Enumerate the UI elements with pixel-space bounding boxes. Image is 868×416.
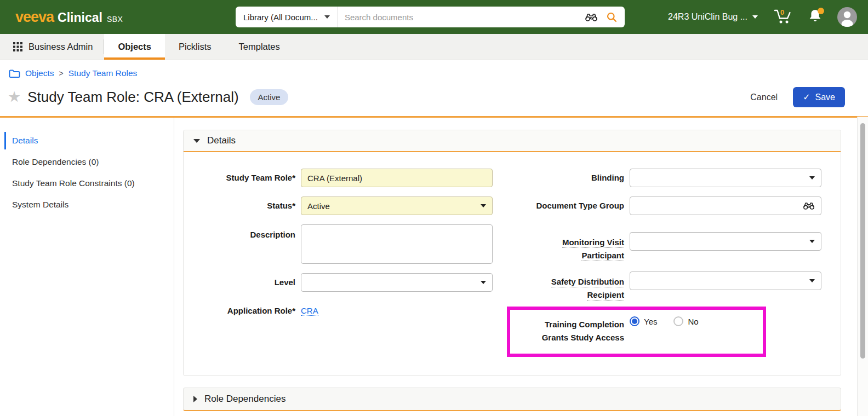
tab-templates[interactable]: Templates — [225, 34, 294, 60]
chevron-down-icon — [481, 281, 486, 284]
page-title: Study Team Role: CRA (External) — [27, 89, 238, 106]
binoculars-icon[interactable] — [803, 202, 815, 210]
field-study-team-role: Study Team Role* CRA (External) — [191, 169, 493, 187]
search-icon[interactable] — [607, 12, 617, 22]
radio-yes[interactable]: Yes — [630, 316, 657, 326]
chevron-down-icon — [809, 176, 815, 180]
breadcrumb: Objects > Study Team Roles — [0, 60, 868, 83]
role-dependencies-section-header[interactable]: Role Dependencies — [184, 388, 841, 410]
scrollbar-thumb[interactable] — [860, 123, 865, 359]
field-label-line2: Recipient — [587, 290, 624, 301]
document-type-group-lookup[interactable] — [630, 197, 821, 215]
folder-icon — [9, 69, 20, 78]
blinding-select[interactable] — [630, 169, 821, 187]
sidebar-item-role-dependencies[interactable]: Role Dependencies (0) — [4, 153, 174, 171]
account-label: 24R3 UniClin Bug ... — [668, 12, 747, 22]
radio-label: Yes — [644, 317, 657, 326]
environment-label: SBX — [107, 15, 123, 24]
veeva-logo: veeva Clinical SBX — [15, 9, 123, 26]
field-value: CRA (External) — [307, 174, 362, 183]
tab-objects[interactable]: Objects — [104, 34, 165, 60]
role-dependencies-section: Role Dependencies — [183, 388, 841, 411]
safety-distribution-recipient-select[interactable] — [630, 271, 821, 290]
app-header: veeva Clinical SBX Library (All Docum... — [0, 0, 868, 34]
study-team-role-input[interactable]: CRA (External) — [301, 169, 493, 187]
field-application-role: Application Role* CRA — [191, 304, 493, 317]
description-textarea[interactable] — [301, 224, 493, 264]
field-label: Description — [191, 224, 295, 241]
veeva-clinical-app: veeva Clinical SBX Library (All Docum... — [0, 0, 868, 416]
form-right-column: Blinding Document Type Group — [509, 169, 821, 354]
breadcrumb-study-team-roles-link[interactable]: Study Team Roles — [68, 68, 138, 78]
search-scope-label: Library (All Docum... — [243, 13, 318, 22]
field-label: Blinding — [509, 171, 624, 184]
details-form: Study Team Role* CRA (External) Status* … — [184, 152, 841, 375]
field-label-line1: Monitoring Visit — [562, 238, 624, 248]
admin-tab-bar: Business Admin Objects Picklists Templat… — [0, 34, 868, 60]
chevron-down-icon — [809, 279, 815, 282]
details-section-header[interactable]: Details — [184, 130, 841, 152]
account-dropdown[interactable]: 24R3 UniClin Bug ... — [668, 12, 758, 22]
vertical-scrollbar — [857, 117, 868, 416]
page-title-row: ★ Study Team Role: CRA (External) Active… — [0, 83, 868, 116]
radio-circle — [673, 316, 683, 326]
notification-dot — [818, 8, 824, 14]
chevron-down-icon — [809, 240, 815, 243]
field-label: Level — [191, 276, 295, 289]
app-launcher[interactable]: Business Admin — [9, 34, 104, 60]
binoculars-icon[interactable] — [585, 13, 598, 21]
field-label: Training Completion Grants Study Access — [509, 314, 624, 344]
tab-picklists[interactable]: Picklists — [165, 34, 225, 60]
field-label: Study Team Role* — [191, 171, 295, 184]
person-icon — [837, 7, 857, 27]
sidebar-item-study-team-role-constraints[interactable]: Study Team Role Constraints (0) — [4, 175, 174, 192]
field-label-line1: Safety Distribution — [551, 277, 624, 287]
user-avatar[interactable] — [837, 7, 857, 27]
cancel-button[interactable]: Cancel — [750, 93, 778, 102]
field-value: Active — [307, 201, 330, 211]
tab-label: Objects — [118, 42, 151, 52]
field-blinding: Blinding — [509, 169, 821, 187]
training-completion-radio-group: Yes No — [630, 314, 821, 326]
field-status: Status* Active — [191, 197, 493, 215]
application-role-link[interactable]: CRA — [301, 306, 318, 316]
field-label: Application Role* — [191, 304, 295, 317]
search-input[interactable] — [338, 7, 585, 27]
form-left-column: Study Team Role* CRA (External) Status* … — [191, 169, 493, 354]
main-content: Details Study Team Role* CRA (External) … — [174, 118, 868, 416]
field-monitoring-visit-participant: Monitoring Visit Participant — [509, 232, 821, 262]
details-section: Details Study Team Role* CRA (External) … — [183, 130, 841, 376]
grid-icon — [13, 42, 22, 51]
collapse-triangle-icon — [193, 139, 200, 143]
search-scope-dropdown[interactable]: Library (All Docum... — [236, 7, 338, 27]
header-right-cluster: 24R3 UniClin Bug ... 0 — [668, 0, 857, 34]
field-label: Safety Distribution Recipient — [509, 271, 624, 302]
field-label: Document Type Group — [509, 199, 624, 212]
field-description: Description — [191, 224, 493, 264]
field-label: Status* — [191, 199, 295, 212]
tab-label: Templates — [239, 42, 280, 52]
save-label: Save — [815, 93, 835, 102]
field-level: Level — [191, 273, 493, 292]
section-title: Details — [207, 135, 236, 146]
field-document-type-group: Document Type Group — [509, 197, 821, 215]
tab-label: Picklists — [179, 42, 212, 52]
status-select[interactable]: Active — [301, 197, 493, 215]
radio-dot — [632, 319, 637, 324]
save-button[interactable]: ✓ Save — [793, 87, 845, 107]
notifications-button[interactable] — [808, 9, 822, 26]
app-menu-label: Business Admin — [28, 42, 93, 52]
radio-no[interactable]: No — [673, 316, 698, 326]
field-safety-distribution-recipient: Safety Distribution Recipient — [509, 271, 821, 302]
sidebar-item-details[interactable]: Details — [4, 132, 174, 149]
section-title: Role Dependencies — [204, 394, 285, 405]
favorite-star-icon[interactable]: ★ — [8, 90, 21, 105]
monitoring-visit-participant-select[interactable] — [630, 232, 821, 251]
level-select[interactable] — [301, 273, 493, 292]
sidebar-item-system-details[interactable]: System Details — [4, 196, 174, 213]
field-training-completion-grants-study-access: Training Completion Grants Study Access … — [509, 314, 821, 344]
breadcrumb-objects-link[interactable]: Objects — [25, 68, 54, 78]
cart-button[interactable]: 0 — [773, 8, 793, 27]
field-label-line2: Grants Study Access — [542, 333, 624, 342]
search-bar: Library (All Docum... — [236, 7, 625, 27]
